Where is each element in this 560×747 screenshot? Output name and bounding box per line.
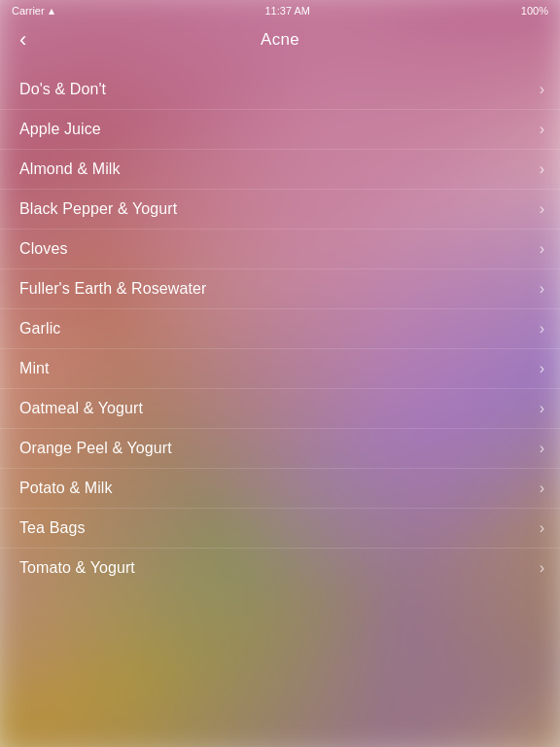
list-item-label: Orange Peel & Yogurt: [19, 440, 172, 457]
list-item-label: Fuller's Earth & Rosewater: [19, 280, 206, 298]
list-item-label: Tomato & Yogurt: [19, 559, 135, 577]
list-item-label: Tea Bags: [19, 519, 86, 537]
list-item-label: Black Pepper & Yogurt: [19, 200, 177, 218]
status-left: Carrier ▴: [12, 4, 54, 18]
chevron-right-icon: ›: [540, 400, 544, 417]
carrier-label: Carrier: [12, 5, 45, 17]
list-item[interactable]: Tomato & Yogurt›: [0, 549, 560, 587]
list-item-label: Do's & Don't: [19, 81, 106, 98]
list-container: Do's & Don't›Apple Juice›Almond & Milk›B…: [0, 62, 560, 747]
list-item-label: Mint: [19, 360, 50, 377]
list-item-label: Potato & Milk: [19, 480, 113, 497]
list-item[interactable]: Garlic›: [0, 309, 560, 349]
chevron-right-icon: ›: [540, 519, 544, 537]
list-item[interactable]: Cloves›: [0, 230, 560, 269]
list-item[interactable]: Do's & Don't›: [0, 70, 560, 110]
chevron-right-icon: ›: [540, 559, 544, 577]
list-item-label: Oatmeal & Yogurt: [19, 400, 143, 417]
list-item[interactable]: Fuller's Earth & Rosewater›: [0, 269, 560, 309]
wifi-icon: ▴: [49, 4, 54, 18]
screen: Carrier ▴ 11:37 AM 100% ‹ Acne Do's & Do…: [0, 0, 560, 747]
chevron-right-icon: ›: [540, 121, 544, 138]
battery-label: 100%: [521, 5, 548, 17]
list-item[interactable]: Mint›: [0, 349, 560, 389]
list-item[interactable]: Black Pepper & Yogurt›: [0, 190, 560, 230]
chevron-right-icon: ›: [540, 200, 544, 218]
status-time: 11:37 AM: [265, 5, 310, 17]
list-item[interactable]: Oatmeal & Yogurt›: [0, 389, 560, 429]
nav-title: Acne: [261, 30, 299, 50]
list-item[interactable]: Orange Peel & Yogurt›: [0, 429, 560, 469]
back-button[interactable]: ‹: [12, 23, 34, 56]
chevron-right-icon: ›: [540, 360, 544, 377]
list-item-label: Cloves: [19, 240, 68, 258]
chevron-right-icon: ›: [540, 160, 544, 178]
list-item[interactable]: Tea Bags›: [0, 509, 560, 549]
chevron-right-icon: ›: [540, 280, 544, 298]
list-item[interactable]: Potato & Milk›: [0, 469, 560, 509]
list-item[interactable]: Almond & Milk›: [0, 150, 560, 190]
chevron-right-icon: ›: [540, 81, 544, 98]
chevron-right-icon: ›: [540, 240, 544, 258]
back-chevron-icon: ‹: [19, 27, 26, 53]
status-bar: Carrier ▴ 11:37 AM 100%: [0, 0, 560, 19]
list-item[interactable]: Apple Juice›: [0, 110, 560, 150]
list-item-label: Apple Juice: [19, 121, 101, 138]
chevron-right-icon: ›: [540, 480, 544, 497]
list-item-label: Almond & Milk: [19, 160, 121, 178]
chevron-right-icon: ›: [540, 440, 544, 457]
chevron-right-icon: ›: [540, 320, 544, 338]
nav-bar: ‹ Acne: [0, 19, 560, 62]
list-item-label: Garlic: [19, 320, 60, 338]
